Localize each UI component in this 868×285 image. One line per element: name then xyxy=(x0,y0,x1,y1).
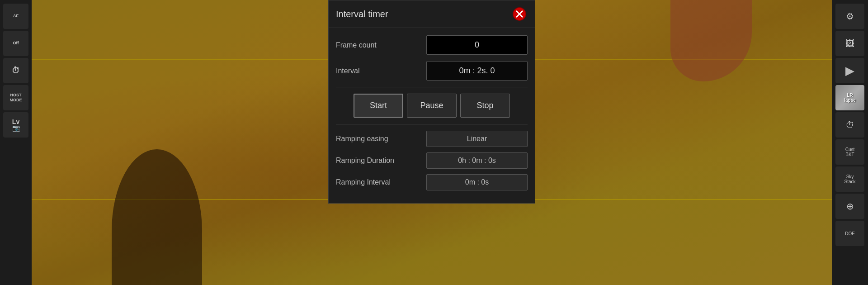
interval-input[interactable]: 0m : 2s. 0 xyxy=(426,61,528,81)
frame-count-label: Frame count xyxy=(336,41,426,49)
stop-button[interactable]: Stop xyxy=(460,94,510,118)
interval-row: Interval 0m : 2s. 0 xyxy=(336,61,528,81)
sidebar-btn-sky-stack[interactable]: SkyStack xyxy=(835,166,864,192)
sidebar-btn-host-mode[interactable]: HOSTMODE xyxy=(3,85,28,110)
action-buttons-row: Start Pause Stop xyxy=(336,94,528,118)
interval-label: Interval xyxy=(336,67,426,75)
ramping-interval-input[interactable]: 0m : 0s xyxy=(426,174,528,190)
camera-preview: Interval timer Frame count 0 xyxy=(32,0,832,285)
off-label: Off xyxy=(13,41,19,46)
ramping-duration-row: Ramping Duration 0h : 0m : 0s xyxy=(336,152,528,169)
sidebar-btn-timer[interactable]: ⏱ xyxy=(3,58,28,83)
lv-icon: Lv📷 xyxy=(12,119,20,131)
modal-overlay: Interval timer Frame count 0 xyxy=(32,0,832,285)
cust-bkt-label: CustBKT xyxy=(845,147,855,157)
close-button[interactable] xyxy=(511,6,528,22)
dialog-header: Interval timer xyxy=(329,0,535,28)
gallery-icon: 🖼 xyxy=(845,38,854,49)
ramping-interval-row: Ramping Interval 0m : 0s xyxy=(336,174,528,190)
ramping-easing-input[interactable]: Linear xyxy=(426,131,528,147)
sidebar-btn-lr-lapse[interactable]: LRlapse xyxy=(835,85,864,110)
lr-lapse-label: LRlapse xyxy=(844,93,856,103)
gear-icon: ⚙ xyxy=(846,11,854,22)
ramping-easing-label: Ramping easing xyxy=(336,135,426,143)
doe-label: DOE xyxy=(845,231,855,236)
sidebar-btn-off[interactable]: Off xyxy=(3,31,28,56)
sidebar-btn-gallery[interactable]: 🖼 xyxy=(835,31,864,56)
host-mode-label: HOSTMODE xyxy=(10,93,22,103)
frame-count-row: Frame count 0 xyxy=(336,35,528,55)
ramping-duration-input[interactable]: 0h : 0m : 0s xyxy=(426,152,528,169)
ramping-interval-label: Ramping Interval xyxy=(336,178,426,186)
sky-stack-label: SkyStack xyxy=(844,174,855,184)
right-sidebar: ⚙ 🖼 ▶ LRlapse ⏱ CustBKT SkyStack ⊕ DOE xyxy=(832,0,868,285)
af-label: AF xyxy=(13,14,19,19)
interval-timer-dialog: Interval timer Frame count 0 xyxy=(328,0,535,204)
sidebar-btn-crosshair[interactable]: ⊕ xyxy=(835,194,864,219)
sidebar-btn-doe[interactable]: DOE xyxy=(835,221,864,246)
ramping-section: Ramping easing Linear Ramping Duration 0… xyxy=(336,131,528,190)
timer-icon: ⏱ xyxy=(12,66,20,75)
timer2-icon: ⏱ xyxy=(845,120,854,130)
sidebar-btn-af[interactable]: AF xyxy=(3,4,28,29)
ramping-easing-row: Ramping easing Linear xyxy=(336,131,528,147)
sidebar-btn-cust-bkt[interactable]: CustBKT xyxy=(835,139,864,165)
pause-button[interactable]: Pause xyxy=(407,94,457,118)
divider-2 xyxy=(336,124,528,124)
dialog-body: Frame count 0 Interval 0m : 2s. 0 Start xyxy=(329,28,535,203)
sidebar-btn-gear[interactable]: ⚙ xyxy=(835,4,864,29)
frame-count-input[interactable]: 0 xyxy=(426,35,528,55)
left-sidebar: AF Off ⏱ HOSTMODE Lv📷 xyxy=(0,0,32,285)
crosshair-icon: ⊕ xyxy=(846,201,854,212)
ramping-duration-label: Ramping Duration xyxy=(336,157,426,165)
sidebar-btn-play[interactable]: ▶ xyxy=(835,58,864,83)
sidebar-btn-lv[interactable]: Lv📷 xyxy=(3,112,28,138)
sidebar-btn-timer2[interactable]: ⏱ xyxy=(835,112,864,138)
start-button[interactable]: Start xyxy=(354,94,403,118)
dialog-title: Interval timer xyxy=(336,9,388,19)
divider-1 xyxy=(336,87,528,87)
close-icon xyxy=(512,7,527,21)
play-icon: ▶ xyxy=(845,64,854,78)
